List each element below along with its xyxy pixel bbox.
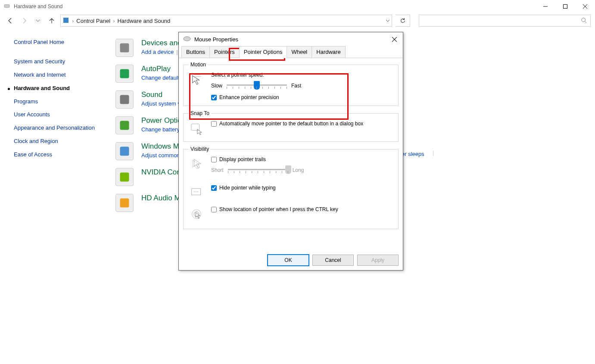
recent-dropdown[interactable] xyxy=(33,16,43,26)
pointer-trails-checkbox[interactable]: Display pointer trails xyxy=(211,156,393,162)
sidebar-item[interactable]: Network and Internet xyxy=(14,72,105,79)
svg-rect-13 xyxy=(120,173,129,182)
pointer-speed-label: Select a pointer speed: xyxy=(211,72,393,78)
ctrl-locate-icon xyxy=(189,206,204,222)
address-dropdown-button[interactable] xyxy=(386,18,390,24)
svg-rect-10 xyxy=(120,95,129,104)
mouse-icon xyxy=(183,36,191,43)
pointer-speed-icon xyxy=(189,72,204,87)
tab-buttons[interactable]: Buttons xyxy=(181,46,210,58)
category-icon xyxy=(115,90,134,109)
svg-rect-20 xyxy=(191,124,199,131)
sidebar-item[interactable]: Programs xyxy=(14,98,105,106)
ctrl-locate-label: Show location of pointer when I press th… xyxy=(219,206,338,212)
pointer-speed-slider[interactable] xyxy=(227,81,287,90)
motion-group: Motion Select a pointer speed: Slow Fas xyxy=(183,62,399,106)
category-icon xyxy=(115,194,134,212)
refresh-button[interactable] xyxy=(396,15,410,27)
tab-wheel[interactable]: Wheel xyxy=(287,46,312,58)
sidebar-item[interactable]: Appearance and Personalization xyxy=(14,124,105,132)
tab-hardware[interactable]: Hardware xyxy=(312,46,345,58)
snapto-icon xyxy=(189,121,204,136)
control-panel-shield-icon xyxy=(62,17,69,25)
category-link[interactable]: Add a device xyxy=(141,49,174,55)
breadcrumb-current[interactable]: Hardware and Sound xyxy=(117,18,170,24)
trails-long-label: Long xyxy=(293,167,304,173)
hide-typing-checkbox[interactable]: Hide pointer while typing xyxy=(211,185,276,191)
motion-legend: Motion xyxy=(189,62,208,68)
svg-rect-12 xyxy=(120,147,129,156)
visibility-legend: Visibility xyxy=(189,146,211,152)
window-titlebar: Hardware and Sound xyxy=(0,0,595,13)
dialog-tabs: ButtonsPointersPointer OptionsWheelHardw… xyxy=(179,46,403,58)
window-maximize-button[interactable] xyxy=(555,0,575,13)
category-icon xyxy=(115,39,134,57)
sidebar-home[interactable]: Control Panel Home xyxy=(14,39,105,46)
search-input[interactable] xyxy=(419,15,591,27)
sidebar-item[interactable]: Ease of Access xyxy=(14,151,105,159)
navigation-row: › Control Panel › Hardware and Sound xyxy=(0,13,595,28)
ok-button[interactable]: OK xyxy=(268,255,309,266)
address-bar[interactable]: › Control Panel › Hardware and Sound xyxy=(60,15,392,27)
svg-rect-8 xyxy=(120,44,129,53)
svg-point-25 xyxy=(192,210,201,219)
forward-button[interactable] xyxy=(19,16,29,26)
category-icon xyxy=(115,116,134,134)
dialog-close-button[interactable] xyxy=(388,34,400,44)
enhance-precision-checkbox[interactable]: Enhance pointer precision xyxy=(211,94,393,100)
window-close-button[interactable] xyxy=(575,0,595,13)
hide-typing-label: Hide pointer while typing xyxy=(219,185,276,191)
breadcrumb-root[interactable]: Control Panel xyxy=(76,18,110,24)
slow-label: Slow xyxy=(211,83,222,89)
category-icon xyxy=(115,168,134,186)
mouse-properties-dialog: Mouse Properties ButtonsPointersPointer … xyxy=(178,32,403,271)
enhance-precision-label: Enhance pointer precision xyxy=(219,94,279,100)
sidebar-item[interactable]: Hardware and Sound xyxy=(14,85,105,92)
link-divider: | xyxy=(433,150,434,156)
sidebar: Control Panel Home System and SecurityNe… xyxy=(0,39,109,220)
sidebar-item[interactable]: Clock and Region xyxy=(14,138,105,145)
fast-label: Fast xyxy=(291,83,301,89)
snapto-legend: Snap To xyxy=(189,110,211,116)
tab-pointer-options[interactable]: Pointer Options xyxy=(239,46,287,58)
apply-button[interactable]: Apply xyxy=(357,255,399,266)
svg-point-6 xyxy=(582,18,586,22)
svg-point-15 xyxy=(184,37,190,41)
category-link-partial[interactable]: er sleeps xyxy=(402,151,424,157)
visibility-group: Visibility Display pointer trails Short xyxy=(183,146,399,229)
pointer-trails-label: Display pointer trails xyxy=(219,156,266,162)
trails-short-label: Short xyxy=(211,167,224,173)
svg-line-7 xyxy=(585,21,587,23)
svg-rect-14 xyxy=(120,199,129,208)
svg-point-24 xyxy=(194,191,195,192)
snapto-label: Automatically move pointer to the defaul… xyxy=(219,121,363,127)
dialog-title: Mouse Properties xyxy=(194,36,238,43)
up-button[interactable] xyxy=(47,16,57,26)
tab-pointers[interactable]: Pointers xyxy=(209,46,240,58)
window-minimize-button[interactable] xyxy=(536,0,555,13)
svg-rect-11 xyxy=(120,121,129,130)
svg-point-22 xyxy=(196,191,196,192)
breadcrumb-separator-icon: › xyxy=(72,18,74,24)
snapto-checkbox[interactable]: Automatically move pointer to the defaul… xyxy=(211,121,363,127)
svg-rect-0 xyxy=(4,4,9,7)
pointer-trails-icon xyxy=(189,156,204,172)
pointer-trails-slider xyxy=(228,166,288,174)
svg-rect-9 xyxy=(120,69,129,78)
category-icon xyxy=(115,142,134,160)
breadcrumb-separator-icon: › xyxy=(113,18,115,24)
search-icon xyxy=(581,17,587,25)
category-icon xyxy=(115,65,134,83)
svg-rect-2 xyxy=(564,5,567,9)
window-title: Hardware and Sound xyxy=(14,3,62,9)
app-icon xyxy=(3,3,10,11)
link-divider: | xyxy=(176,49,178,55)
cancel-button[interactable]: Cancel xyxy=(312,255,354,266)
back-button[interactable] xyxy=(5,16,16,26)
snapto-group: Snap To Automatically move pointer to th… xyxy=(183,110,399,142)
svg-point-23 xyxy=(197,191,198,192)
sidebar-item[interactable]: System and Security xyxy=(14,58,105,65)
hide-typing-icon xyxy=(189,185,204,200)
sidebar-item[interactable]: User Accounts xyxy=(14,111,105,118)
ctrl-locate-checkbox[interactable]: Show location of pointer when I press th… xyxy=(211,206,338,212)
